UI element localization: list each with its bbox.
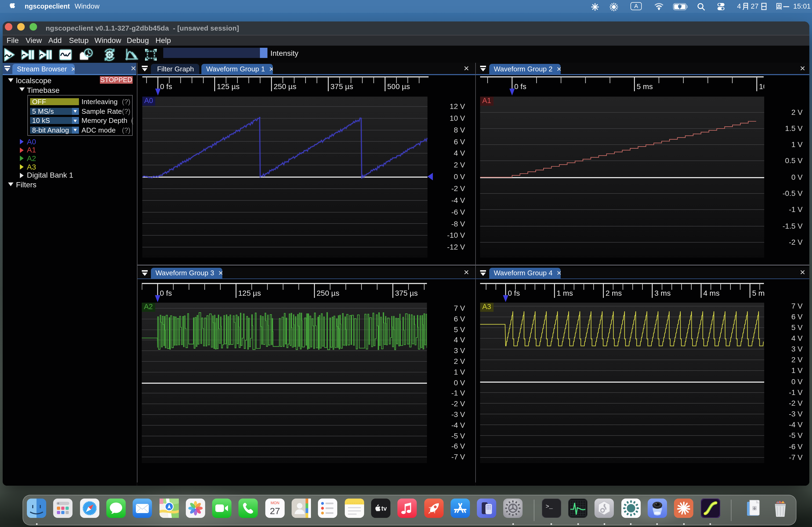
svg-text:375 µs: 375 µs [330,82,353,91]
svg-text:0 fs: 0 fs [514,82,526,91]
svg-text:375 µs: 375 µs [395,289,418,297]
svg-text:250 µs: 250 µs [273,82,296,91]
svg-text:3 ms: 3 ms [654,289,671,297]
svg-text:5 ms: 5 ms [637,82,653,91]
svg-text:10: 10 [759,82,764,91]
svg-text:250 µs: 250 µs [317,289,339,297]
svg-text:5 ms: 5 ms [752,289,764,297]
svg-text:0 fs: 0 fs [508,289,520,297]
svg-text:>_: >_ [545,503,553,510]
svg-text:4 ms: 4 ms [703,289,720,297]
svg-text:500 µs: 500 µs [387,82,410,91]
svg-text:2 ms: 2 ms [606,289,622,297]
svg-text:tv: tv [381,505,387,512]
svg-text:0 fs: 0 fs [160,289,172,297]
svg-text:125 µs: 125 µs [217,82,240,91]
svg-text:125 µs: 125 µs [238,289,261,297]
svg-text:0 fs: 0 fs [160,82,172,91]
svg-text:MON: MON [271,500,279,505]
svg-text:27: 27 [270,506,280,516]
svg-text:1 ms: 1 ms [557,289,573,297]
